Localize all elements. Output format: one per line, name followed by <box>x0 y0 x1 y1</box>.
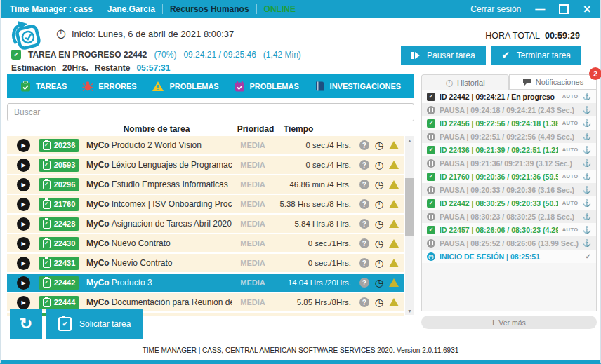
progress-duration: (1,42 Min) <box>263 50 301 60</box>
task-id: 22431 <box>54 259 76 267</box>
table-row[interactable]: ▶✓20296MyCoEstudio Empresas Informaticas… <box>7 175 404 194</box>
history-entry[interactable]: ◷INICIO DE SESIÓN | 08:25:51✓ <box>422 250 596 263</box>
play-icon[interactable]: ▶ <box>17 237 30 250</box>
task-name: MyCoAsignacion de Tareas Abril 2020 <box>86 219 232 229</box>
history-entry[interactable]: ✓ID 22457 | 08:26:06 / 08:30:23 (4.29 Mi… <box>422 223 596 236</box>
historial-label: Historial <box>457 79 485 87</box>
tab-errores-1[interactable]: ERRORES <box>82 81 136 92</box>
app-logo <box>8 20 45 51</box>
finish-task-button[interactable]: ✔ Terminar tarea <box>491 46 581 65</box>
history-entry[interactable]: ✓ID 21760 | 09:20:36 / 09:21:36 (59.5 Se… <box>422 170 596 183</box>
table-row[interactable]: ▶✓22430MyCoNuevo ContratoMEDIA0 sec./1Hr… <box>7 234 404 252</box>
table-row[interactable]: ▶✓22442MyCoProducto 3MEDIA14.04 Hrs./20H… <box>7 274 404 292</box>
task-time: 46.86 min./4 Hrs. <box>274 180 351 189</box>
scroll-up-icon[interactable]: ▲ <box>405 136 414 144</box>
play-icon[interactable]: ▶ <box>17 257 30 270</box>
help-icon[interactable]: ? <box>359 297 369 307</box>
warning-icon[interactable] <box>389 200 399 208</box>
scrollbar-thumb[interactable] <box>405 178 414 236</box>
tab-problemas-2[interactable]: PROBLEMAS <box>152 81 218 92</box>
close-icon[interactable]: ✕ <box>583 4 591 14</box>
clock-icon[interactable]: ◷ <box>375 278 383 288</box>
anchor-icon: ⚓ <box>583 160 591 167</box>
help-icon[interactable]: ? <box>359 238 369 248</box>
history-entry[interactable]: ✓ID 22442 | 08:30:25 / 09:20:33 (50.13 M… <box>422 196 596 210</box>
warning-icon[interactable] <box>389 259 399 267</box>
pause-task-button[interactable]: Pausar tarea <box>401 46 486 65</box>
anchor-icon: ⚓ <box>583 187 591 194</box>
clock-icon[interactable]: ◷ <box>375 238 383 248</box>
task-name: MyCoEstudio Empresas Informaticas <box>86 180 232 189</box>
tab-notificaciones[interactable]: Notificaciones <box>509 74 597 90</box>
estimation-value: 20Hrs. <box>62 63 88 73</box>
play-icon[interactable]: ▶ <box>17 178 30 191</box>
play-icon[interactable]: ▶ <box>17 159 30 172</box>
tab-label: TAREAS <box>36 82 67 90</box>
help-icon[interactable]: ? <box>359 160 369 170</box>
maximize-icon[interactable] <box>559 4 569 14</box>
history-entry[interactable]: ✓ID 22442 | 09:24:21 / En progresoAUTO⚓ <box>422 90 596 103</box>
tab-historial[interactable]: ◷ Historial <box>421 74 509 90</box>
logout-button[interactable]: Cerrar sesión <box>470 4 521 14</box>
clock-icon[interactable]: ◷ <box>375 140 383 150</box>
tab-tareas-0[interactable]: TAREAS <box>20 81 67 92</box>
notification-badge: 2 <box>589 67 601 80</box>
warning-icon[interactable] <box>389 239 399 248</box>
tab-investigaciones-4[interactable]: INVESTIGACIONES <box>315 81 401 92</box>
clock-icon[interactable]: ◷ <box>375 297 383 307</box>
history-entry-text: ID 22457 | 08:26:06 / 08:30:23 (4.29 Min… <box>440 226 558 234</box>
clock-icon[interactable]: ◷ <box>375 258 383 268</box>
tab-label: INVESTIGACIONES <box>330 82 401 90</box>
history-entry-text: PAUSA | 09:24:18 / 09:24:21 (2.43 Sec.) <box>440 106 579 114</box>
task-company: MyCo <box>86 258 110 268</box>
history-entry[interactable]: PAUSA | 09:20:33 / 09:20:36 (3.16 Sec.)⚓ <box>422 183 596 196</box>
warning-icon[interactable] <box>389 298 399 306</box>
task-id-badge: ✓20296 <box>39 178 79 191</box>
clipboard-check-icon: ✔ <box>58 317 72 331</box>
warning-icon[interactable] <box>389 161 399 169</box>
history-entry[interactable]: PAUSA | 09:24:18 / 09:24:21 (2.43 Sec.)⚓ <box>422 103 596 116</box>
warning-icon[interactable] <box>389 180 399 189</box>
warning-icon[interactable] <box>389 141 399 149</box>
clock-icon[interactable]: ◷ <box>375 160 383 170</box>
play-icon[interactable]: ▶ <box>17 139 30 152</box>
clock-icon[interactable]: ◷ <box>375 199 383 209</box>
history-entry[interactable]: PAUSA | 09:21:36/ 09:21:39 (3.12 Sec.)⚓ <box>422 156 596 170</box>
clock-icon[interactable]: ◷ <box>375 219 383 229</box>
play-icon[interactable]: ▶ <box>17 296 30 309</box>
history-panel: 2 ◷ Historial Notificaciones ✓ID 22442 |… <box>421 74 597 329</box>
help-icon[interactable]: ? <box>359 199 369 209</box>
see-more-button[interactable]: i Ver más <box>421 316 597 329</box>
scrollbar[interactable]: ▲ ▼ <box>405 136 414 315</box>
table-row[interactable]: ▶✓21760MyCoIntcomex | ISV Onboarding Pro… <box>7 195 404 213</box>
request-task-button[interactable]: ✔ Solicitar tarea <box>46 309 143 339</box>
minimize-icon[interactable]: — <box>535 4 545 14</box>
table-row[interactable]: ▶✓20593MyCoLéxico Lenguajes de Programac… <box>7 156 404 174</box>
search-input[interactable] <box>7 103 414 121</box>
history-entry[interactable]: ✓ID 22456 | 09:22:56 / 09:24:18 (1.38 Mi… <box>422 116 596 130</box>
play-icon[interactable]: ▶ <box>17 198 30 211</box>
task-priority: MEDIA <box>232 278 274 287</box>
task-priority: MEDIA <box>232 298 274 306</box>
history-entry[interactable]: PAUSA | 08:25:52 / 08:26:06 (13.99 Sec.)… <box>422 236 596 250</box>
history-entry[interactable]: PAUSA | 08:30:23 / 08:30:25 (2.18 Sec.)⚓ <box>422 210 596 223</box>
history-entry[interactable]: PAUSA | 09:22:51 / 09:22:56 (4.49 Sec.)⚓ <box>422 130 596 143</box>
table-row[interactable]: ▶✓20236MyCoProducto 2 World VisionMEDIA0… <box>7 136 404 154</box>
help-icon[interactable]: ? <box>359 140 369 150</box>
play-icon[interactable]: ▶ <box>17 276 30 290</box>
refresh-button[interactable]: ↻ <box>10 309 42 339</box>
play-icon[interactable]: ▶ <box>17 217 30 231</box>
help-icon[interactable]: ? <box>359 278 369 288</box>
table-row[interactable]: ▶✓22428MyCoAsignacion de Tareas Abril 20… <box>7 215 404 233</box>
task-company: MyCo <box>86 160 110 170</box>
tab-problemas-3[interactable]: PROBLEMAS <box>235 81 299 92</box>
help-icon[interactable]: ? <box>359 219 369 229</box>
warning-icon[interactable] <box>389 220 399 228</box>
clock-icon[interactable]: ◷ <box>375 180 383 189</box>
warning-icon[interactable] <box>389 278 399 287</box>
scroll-down-icon[interactable]: ▼ <box>405 306 414 315</box>
history-entry[interactable]: ✓ID 22436 | 09:21:39 / 09:22:51 (1.21 Mi… <box>422 143 596 156</box>
help-icon[interactable]: ? <box>359 258 369 268</box>
help-icon[interactable]: ? <box>359 180 369 189</box>
table-row[interactable]: ▶✓22431MyCoNuevio ContratoMEDIA0 sec./1H… <box>7 254 404 272</box>
